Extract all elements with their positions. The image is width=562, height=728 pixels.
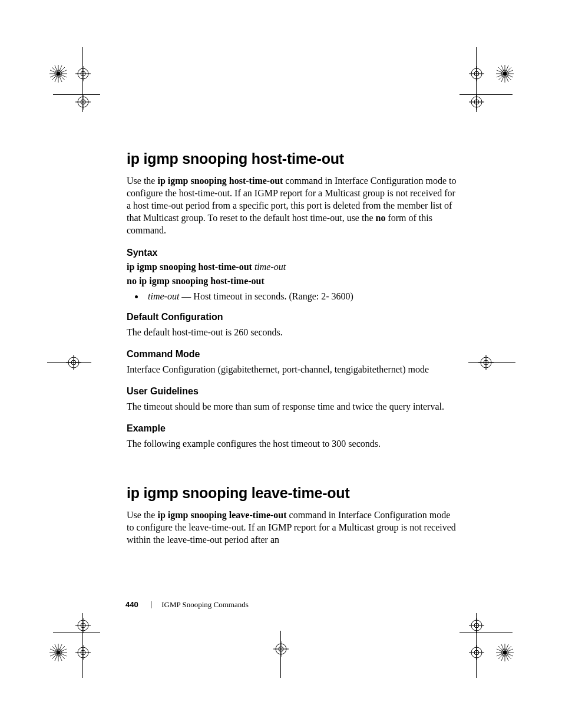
bullet-text: — Host timeout in seconds. (Range: 2- 36… [181,291,353,301]
intro-text: Use the [127,176,157,186]
registration-mark-icon [75,66,91,81]
crop-line [468,362,515,363]
command-mode-heading: Command Mode [127,349,457,360]
command-title-1: ip igmp snooping host-time-out [127,150,457,167]
syntax-bullet-list: time-out — Host timeout in seconds. (Ran… [127,290,457,303]
footer-separator [151,601,151,608]
registration-mark-icon [49,65,67,83]
registration-mark-icon [75,645,91,660]
example-heading: Example [127,423,457,434]
registration-mark-icon [469,618,484,633]
syntax-line-2: no ip igmp snooping host-time-out [127,276,457,286]
crop-line [459,632,513,633]
intro-bold: ip igmp snooping host-time-out [157,176,283,186]
registration-mark-icon [496,644,514,661]
crop-line [280,631,281,678]
syntax-bold: no ip igmp snooping host-time-out [127,276,265,286]
page-footer: 440 IGMP Snooping Commands [125,600,249,610]
registration-mark-icon [469,645,484,660]
intro-paragraph-1: Use the ip igmp snooping host-time-out c… [127,174,457,237]
registration-mark-icon [478,355,494,370]
bullet-italic: time-out [148,291,181,301]
user-guidelines-text: The timeout should be more than sum of r… [127,400,457,413]
intro-paragraph-2: Use the ip igmp snooping leave-time-out … [127,509,457,546]
example-text: The following example configures the hos… [127,437,457,450]
registration-mark-icon [75,94,91,110]
page-number: 440 [125,600,138,609]
registration-mark-icon [66,355,81,370]
syntax-line-1: ip igmp snooping host-time-out time-out [127,262,457,272]
page-content: ip igmp snooping host-time-out Use the i… [127,150,457,556]
registration-mark-icon [469,94,484,110]
intro-bold: no [376,213,386,223]
registration-mark-icon [49,644,67,661]
default-config-text: The default host-time-out is 260 seconds… [127,326,457,338]
section-2: ip igmp snooping leave-time-out Use the … [127,485,457,546]
intro-bold: ip igmp snooping leave-time-out [157,510,286,520]
command-mode-text: Interface Configuration (gigabitethernet… [127,363,457,375]
crop-line [53,632,100,633]
registration-mark-icon [496,65,514,83]
registration-mark-icon [273,641,289,657]
syntax-bold: ip igmp snooping host-time-out [127,262,254,272]
syntax-bullet: time-out — Host timeout in seconds. (Ran… [144,290,457,303]
intro-text: Use the [127,510,157,520]
chapter-name: IGMP Snooping Commands [161,600,249,609]
user-guidelines-heading: User Guidelines [127,386,457,397]
default-config-heading: Default Configuration [127,312,457,322]
syntax-italic: time-out [254,262,286,272]
registration-mark-icon [75,618,91,633]
command-title-2: ip igmp snooping leave-time-out [127,485,457,502]
crop-line [459,94,513,95]
registration-mark-icon [469,66,484,81]
syntax-heading: Syntax [127,248,457,258]
crop-line [47,362,91,363]
